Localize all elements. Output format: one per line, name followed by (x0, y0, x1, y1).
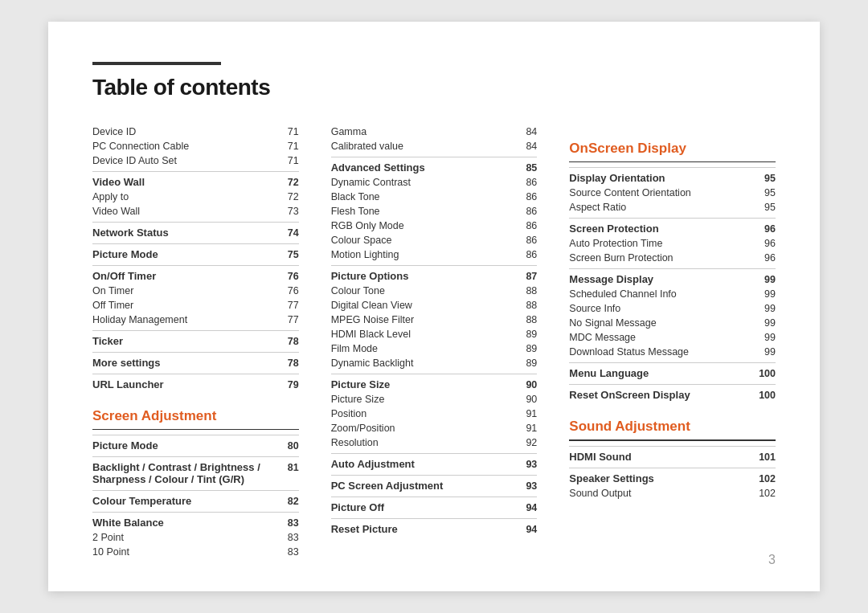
item-label: URL Launcher (92, 378, 288, 390)
list-item: Message Display99 (569, 268, 776, 287)
item-page: 90 (526, 394, 537, 405)
list-item: Network Status74 (92, 222, 299, 240)
item-label: HDMI Black Level (331, 329, 526, 340)
item-label: Speaker Settings (569, 472, 759, 484)
list-item: Picture Size90 (331, 374, 538, 392)
list-item: Flesh Tone86 (331, 204, 538, 219)
item-page: 95 (764, 187, 776, 198)
column-1: Device ID71PC Connection Cable71Device I… (92, 125, 299, 560)
item-label: 2 Point (92, 532, 288, 543)
item-label: Advanced Settings (331, 161, 526, 174)
list-item: Apply to72 (92, 190, 299, 204)
list-item: 2 Point83 (92, 530, 299, 545)
col1-items: Device ID71PC Connection Cable71Device I… (92, 125, 299, 392)
item-page: 99 (764, 288, 776, 300)
item-label: Colour Space (331, 235, 526, 246)
list-item: MDC Message99 (569, 330, 776, 345)
item-label: No Signal Message (569, 317, 764, 329)
list-item: Picture Options87 (331, 265, 538, 284)
item-page: 101 (759, 452, 776, 463)
item-page: 80 (288, 440, 299, 452)
list-item: Dynamic Contrast86 (331, 175, 538, 190)
title-bar (92, 62, 221, 65)
item-page: 90 (526, 379, 537, 390)
item-label: Dynamic Backlight (331, 358, 526, 369)
list-item: 10 Point83 (92, 545, 299, 559)
item-label: 10 Point (92, 546, 288, 558)
list-item: Sound Output102 (569, 486, 776, 501)
sound-adjustment-heading: Sound Adjustment (569, 419, 776, 435)
item-label: Holiday Management (92, 314, 288, 325)
item-label: MDC Message (569, 332, 764, 343)
item-page: 94 (526, 524, 537, 535)
item-label: Black Tone (331, 191, 526, 202)
list-item: Holiday Management77 (92, 313, 299, 327)
item-label: On/Off Timer (92, 270, 288, 282)
list-item: Black Tone86 (331, 190, 538, 204)
list-item: Video Wall73 (92, 204, 299, 219)
item-page: 99 (764, 317, 776, 329)
item-label: Menu Language (569, 367, 759, 379)
item-page: 81 (288, 462, 299, 473)
item-label: Sound Output (569, 488, 759, 499)
item-label: Download Status Message (569, 346, 764, 358)
item-page: 85 (526, 162, 537, 174)
col2-items: Gamma84Calibrated value84Advanced Settin… (331, 125, 538, 537)
item-label: Device ID Auto Set (92, 155, 288, 166)
item-label: Auto Adjustment (331, 458, 526, 470)
item-label: Flesh Tone (331, 206, 526, 217)
item-page: 86 (526, 249, 537, 260)
item-label: Picture Size (331, 394, 526, 405)
col1-section-items: Picture Mode80Backlight / Contrast / Bri… (92, 435, 299, 559)
list-item: Source Info99 (569, 301, 776, 316)
item-page: 93 (526, 459, 537, 470)
list-item: Motion Lighting86 (331, 247, 538, 262)
list-item: No Signal Message99 (569, 316, 776, 330)
item-page: 86 (526, 235, 537, 246)
item-page: 87 (526, 271, 537, 282)
list-item: Picture Mode80 (92, 435, 299, 453)
item-page: 96 (764, 252, 776, 264)
item-label: Screen Protection (569, 223, 764, 235)
list-item: Colour Tone88 (331, 284, 538, 298)
col3-section2-items: HDMI Sound101Speaker Settings102Sound Ou… (569, 446, 776, 501)
item-page: 73 (288, 206, 299, 217)
list-item: Download Status Message99 (569, 345, 776, 359)
item-page: 75 (288, 249, 299, 260)
list-item: Gamma84 (331, 125, 538, 139)
item-label: Reset Picture (331, 523, 526, 535)
item-page: 71 (288, 141, 299, 152)
page-title: Table of contents (92, 75, 776, 100)
list-item: URL Launcher79 (92, 374, 299, 392)
column-3: OnScreen Display Display Orientation95So… (569, 125, 776, 560)
item-label: MPEG Noise Filter (331, 314, 526, 325)
item-page: 96 (764, 223, 776, 235)
item-page: 88 (526, 314, 537, 325)
onscreen-display-heading: OnScreen Display (569, 141, 776, 157)
item-label: Video Wall (92, 206, 288, 217)
list-item: Position91 (331, 407, 538, 421)
item-page: 102 (759, 473, 776, 484)
item-page: 77 (288, 300, 299, 311)
list-item: Scheduled Channel Info99 (569, 287, 776, 301)
list-item: Reset Picture94 (331, 518, 538, 537)
item-label: Network Status (92, 227, 288, 239)
item-label: Message Display (569, 273, 764, 285)
list-item: Off Timer77 (92, 298, 299, 313)
list-item: Picture Off94 (331, 497, 538, 515)
item-page: 86 (526, 220, 537, 231)
item-page: 88 (526, 300, 537, 311)
list-item: HDMI Black Level89 (331, 327, 538, 341)
item-label: On Timer (92, 285, 288, 296)
item-page: 71 (288, 126, 299, 137)
item-page: 100 (759, 390, 776, 401)
item-page: 100 (759, 368, 776, 379)
item-page: 99 (764, 303, 776, 314)
item-label: Position (331, 408, 526, 419)
item-page: 94 (526, 502, 537, 513)
onscreen-display-divider (569, 161, 776, 163)
item-label: White Balance (92, 517, 288, 529)
item-page: 96 (764, 238, 776, 249)
item-page: 102 (759, 488, 776, 499)
item-label: Off Timer (92, 300, 288, 311)
